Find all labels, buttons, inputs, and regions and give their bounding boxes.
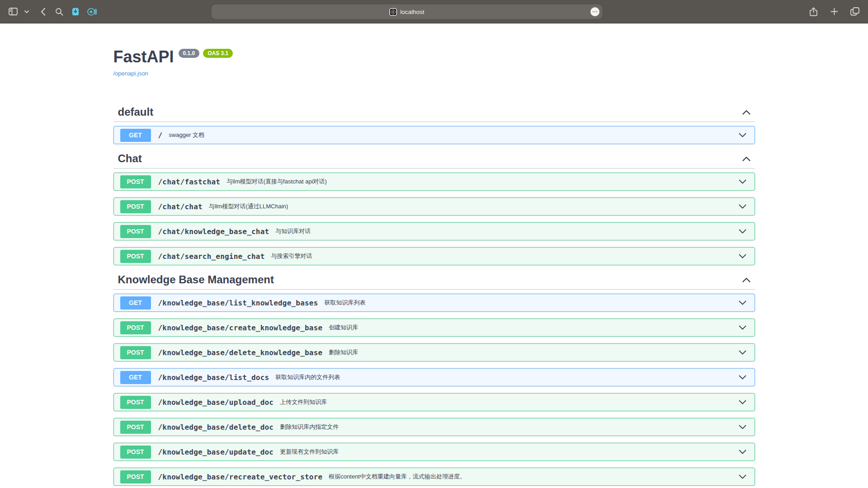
operation-row[interactable]: POST /knowledge_base/delete_knowledge_ba… — [113, 343, 755, 361]
url-text: localhost — [400, 9, 424, 15]
operation-row[interactable]: GET /knowledge_base/list_knowledge_bases… — [113, 294, 755, 312]
operation-row[interactable]: GET / swagger 文档 — [113, 126, 755, 144]
collapse-chevron-icon[interactable] — [742, 156, 750, 161]
expand-chevron-icon[interactable] — [739, 474, 746, 479]
extension-circle-star-icon[interactable] — [86, 6, 98, 18]
openapi-json-link[interactable]: /openapi.json — [113, 70, 148, 77]
site-favicon-icon — [389, 8, 397, 16]
expand-chevron-icon[interactable] — [739, 350, 746, 355]
operation-description: 上传文件到知识库 — [280, 398, 327, 406]
expand-chevron-icon[interactable] — [739, 254, 746, 258]
sections: default GET / swagger 文档 Chat POST /chat… — [113, 104, 755, 486]
operation-path: /chat/fastchat — [158, 178, 221, 186]
method-badge: POST — [120, 421, 151, 434]
operation-path: /chat/search_engine_chat — [158, 252, 265, 261]
operation-row[interactable]: GET /knowledge_base/list_docs 获取知识库内的文件列… — [113, 368, 755, 386]
browser-toolbar: localhost — [0, 0, 868, 23]
swagger-page: FastAPI 0.1.0 OAS 3.1 /openapi.json defa… — [113, 48, 755, 486]
operation-path: /knowledge_base/delete_knowledge_base — [158, 348, 323, 357]
operation-path: /knowledge_base/recreate_vector_store — [158, 473, 323, 481]
operation-description: 删除知识库内指定文件 — [280, 423, 339, 431]
operation-row[interactable]: POST /knowledge_base/create_knowledge_ba… — [113, 319, 755, 337]
section-title: Chat — [118, 152, 142, 165]
expand-chevron-icon[interactable] — [739, 229, 746, 234]
operation-description: 获取知识库内的文件列表 — [275, 373, 340, 381]
version-badge: 0.1.0 — [179, 49, 200, 58]
method-badge: POST — [120, 175, 151, 188]
operation-row[interactable]: POST /knowledge_base/upload_doc 上传文件到知识库 — [113, 393, 755, 411]
expand-chevron-icon[interactable] — [739, 325, 746, 330]
operation-row[interactable]: POST /knowledge_base/delete_doc 删除知识库内指定… — [113, 418, 755, 436]
operation-path: /chat/knowledge_base_chat — [158, 227, 269, 236]
collapse-chevron-icon[interactable] — [742, 277, 750, 282]
expand-chevron-icon[interactable] — [739, 133, 746, 137]
section-header[interactable]: Chat — [113, 151, 755, 169]
extension-shield-download-icon[interactable] — [70, 6, 81, 18]
api-title: FastAPI — [113, 48, 174, 66]
expand-chevron-icon[interactable] — [739, 400, 746, 404]
method-badge: GET — [120, 296, 151, 310]
back-icon[interactable] — [37, 6, 49, 18]
method-badge: GET — [120, 371, 151, 384]
operation-path: /knowledge_base/create_knowledge_base — [158, 324, 323, 332]
operation-description: 与知识库对话 — [275, 227, 311, 235]
operation-description: 创建知识库 — [329, 324, 358, 332]
operation-description: 删除知识库 — [329, 348, 358, 357]
collapse-chevron-icon[interactable] — [742, 110, 750, 115]
expand-chevron-icon[interactable] — [739, 450, 746, 454]
method-badge: POST — [120, 200, 151, 213]
method-badge: POST — [120, 470, 151, 483]
operation-row[interactable]: POST /knowledge_base/update_doc 更新现有文件到知… — [113, 443, 755, 461]
section-header[interactable]: Knowledge Base Management — [113, 272, 755, 290]
method-badge: POST — [120, 346, 151, 359]
operation-list: GET /knowledge_base/list_knowledge_bases… — [113, 290, 755, 486]
operation-path: /knowledge_base/delete_doc — [158, 423, 274, 432]
method-badge: POST — [120, 446, 151, 459]
operation-path: /knowledge_base/update_doc — [158, 448, 274, 456]
operation-description: 获取知识库列表 — [324, 299, 365, 307]
chevron-down-icon[interactable] — [21, 6, 33, 18]
expand-chevron-icon[interactable] — [739, 375, 746, 380]
oas-badge: OAS 3.1 — [203, 49, 233, 58]
operation-path: /knowledge_base/upload_doc — [158, 398, 274, 407]
operation-list: GET / swagger 文档 — [113, 122, 755, 144]
page-menu-button[interactable] — [590, 7, 599, 16]
operation-row[interactable]: POST /knowledge_base/recreate_vector_sto… — [113, 468, 755, 486]
new-tab-icon[interactable] — [828, 6, 840, 18]
operation-row[interactable]: POST /chat/chat 与llm模型对话(通过LLMChain) — [113, 197, 755, 216]
operation-row[interactable]: POST /chat/fastchat 与llm模型对话(直接与fastchat… — [113, 173, 755, 191]
api-section: Knowledge Base Management GET /knowledge… — [113, 272, 755, 486]
api-section: Chat POST /chat/fastchat 与llm模型对话(直接与fas… — [113, 151, 755, 265]
method-badge: POST — [120, 250, 151, 263]
section-title: Knowledge Base Management — [118, 273, 274, 286]
operation-path: / — [158, 131, 163, 140]
operation-path: /knowledge_base/list_knowledge_bases — [158, 299, 318, 307]
sidebar-toggle-icon[interactable] — [7, 6, 19, 18]
operation-path: /chat/chat — [158, 202, 203, 211]
operation-row[interactable]: POST /chat/search_engine_chat 与搜索引擎对话 — [113, 247, 755, 265]
share-icon[interactable] — [807, 6, 819, 18]
expand-chevron-icon[interactable] — [739, 179, 746, 184]
section-header[interactable]: default — [113, 104, 755, 122]
operation-description: 根据content中文档重建向量库，流式输出处理进度。 — [329, 473, 466, 481]
page-title: FastAPI 0.1.0 OAS 3.1 — [113, 48, 755, 66]
method-badge: POST — [120, 396, 151, 409]
operation-description: swagger 文档 — [169, 131, 204, 139]
method-badge: POST — [120, 321, 151, 334]
expand-chevron-icon[interactable] — [739, 204, 746, 209]
address-bar[interactable]: localhost — [212, 5, 602, 19]
operation-row[interactable]: POST /chat/knowledge_base_chat 与知识库对话 — [113, 222, 755, 240]
method-badge: POST — [120, 225, 151, 238]
expand-chevron-icon[interactable] — [739, 425, 746, 429]
section-title: default — [118, 105, 154, 119]
operation-description: 与llm模型对话(直接与fastchat api对话) — [226, 178, 327, 186]
operation-description: 更新现有文件到知识库 — [280, 448, 339, 456]
operation-path: /knowledge_base/list_docs — [158, 373, 269, 382]
operation-list: POST /chat/fastchat 与llm模型对话(直接与fastchat… — [113, 169, 755, 265]
expand-chevron-icon[interactable] — [739, 300, 746, 305]
operation-description: 与搜索引擎对话 — [271, 252, 312, 260]
search-icon[interactable] — [53, 6, 65, 18]
method-badge: GET — [120, 129, 151, 142]
api-section: default GET / swagger 文档 — [113, 104, 755, 144]
tab-overview-icon[interactable] — [849, 6, 861, 18]
